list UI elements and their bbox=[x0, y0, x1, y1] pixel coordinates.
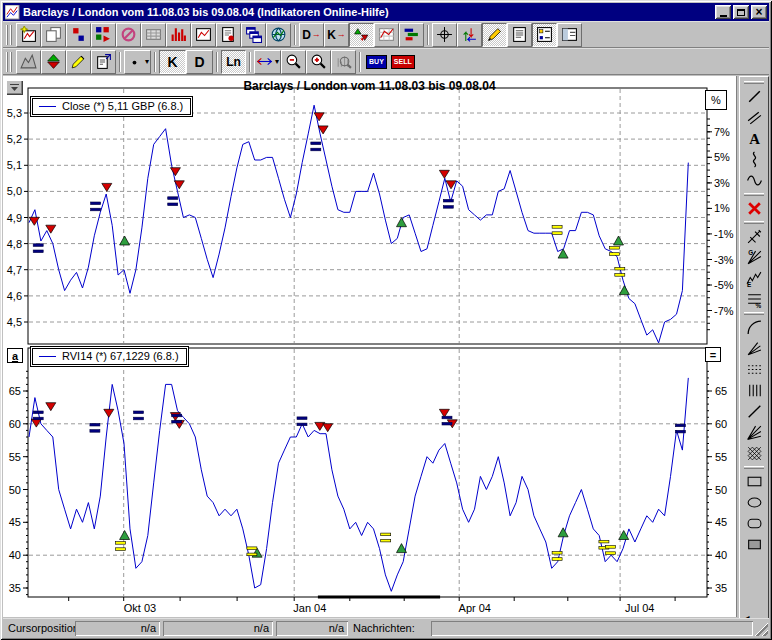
move-arrows-icon[interactable] bbox=[457, 23, 482, 47]
title-bar: Barclays / London vom 11.08.03 bis 09.08… bbox=[3, 3, 769, 21]
chart-region: Barclays / London vom 11.08.03 bis 09.08… bbox=[3, 76, 737, 617]
updown-signals-icon bbox=[45, 53, 62, 70]
candlestick-button[interactable]: K bbox=[159, 50, 186, 74]
drawing-off-icon[interactable] bbox=[116, 23, 141, 47]
log-scale-button[interactable]: Ln bbox=[221, 50, 246, 74]
highlighter-icon[interactable] bbox=[66, 50, 91, 74]
properties-icon[interactable] bbox=[91, 50, 116, 74]
wave-tool bbox=[746, 172, 763, 189]
dotted-lines-tool[interactable] bbox=[741, 359, 767, 380]
bar-type-button[interactable]: D bbox=[186, 50, 213, 74]
data-table-icon[interactable] bbox=[141, 23, 166, 47]
price-legend-text: Close (*) 5,11 GBP (6.8.) bbox=[62, 100, 183, 112]
data-table-icon bbox=[145, 26, 162, 43]
price-legend[interactable]: Close (*) 5,11 GBP (6.8.) bbox=[30, 96, 193, 117]
crosshair-icon[interactable] bbox=[432, 23, 457, 47]
draw-pen-icon[interactable] bbox=[482, 23, 507, 47]
web-chart-icon[interactable] bbox=[266, 23, 291, 47]
elliott-tool[interactable]: E bbox=[741, 268, 767, 289]
close-button[interactable]: × bbox=[751, 5, 767, 19]
svg-text:Jan 04: Jan 04 bbox=[293, 602, 326, 614]
svg-text:45: 45 bbox=[715, 516, 727, 528]
copy-chart-icon[interactable] bbox=[41, 23, 66, 47]
histogram-icon[interactable] bbox=[166, 23, 191, 47]
updown-signals-icon[interactable] bbox=[41, 50, 66, 74]
report-icon[interactable] bbox=[216, 23, 241, 47]
percent-scale-button[interactable]: % bbox=[705, 90, 727, 110]
line-chart-icon[interactable] bbox=[191, 23, 216, 47]
rectangle-tool[interactable] bbox=[741, 471, 767, 492]
data-transfer-icon[interactable] bbox=[91, 23, 116, 47]
sell-button[interactable]: SELL bbox=[391, 55, 415, 69]
sell-button-label: SELL bbox=[394, 58, 412, 65]
gann-tool[interactable]: G bbox=[741, 247, 767, 268]
toolbar-grip bbox=[744, 312, 764, 315]
toolbar-separator bbox=[154, 52, 156, 72]
freehand-tool bbox=[746, 151, 763, 168]
speed-lines-tool[interactable] bbox=[741, 422, 767, 443]
fibonacci-tool[interactable]: % bbox=[741, 289, 767, 310]
text-tool[interactable]: A bbox=[741, 128, 767, 149]
ellipse-tool[interactable] bbox=[741, 492, 767, 513]
collapse-panel-button[interactable] bbox=[6, 80, 23, 95]
mountain-chart-icon[interactable] bbox=[16, 50, 41, 74]
notes-icon[interactable] bbox=[507, 23, 532, 47]
fan-lines-tool[interactable] bbox=[741, 338, 767, 359]
dropdown-arrow-icon: ▾ bbox=[145, 57, 149, 66]
daily-button[interactable]: D→ bbox=[299, 23, 324, 47]
resize-grip[interactable] bbox=[754, 622, 768, 636]
signals-icon[interactable] bbox=[349, 23, 374, 47]
minimize-button[interactable] bbox=[715, 5, 731, 19]
zoom-in-icon[interactable] bbox=[306, 50, 331, 74]
zoom-range-icon bbox=[335, 53, 352, 70]
buy-button[interactable]: BUY bbox=[366, 55, 387, 69]
fan-lines-tool bbox=[746, 340, 763, 357]
layout-icon[interactable] bbox=[557, 23, 582, 47]
bar-type-button-label: D bbox=[194, 55, 204, 69]
arc-tool[interactable] bbox=[741, 317, 767, 338]
delete-drawing-tool[interactable] bbox=[741, 198, 767, 219]
pitchfork-tool[interactable] bbox=[741, 226, 767, 247]
watchlist-icon[interactable] bbox=[532, 23, 557, 47]
gantt-icon[interactable] bbox=[399, 23, 424, 47]
hatch-tool[interactable] bbox=[741, 443, 767, 464]
svg-text:7%: 7% bbox=[714, 126, 730, 138]
wave-tool[interactable] bbox=[741, 170, 767, 191]
svg-text:35: 35 bbox=[715, 582, 727, 594]
trend-line-tool[interactable] bbox=[741, 86, 767, 107]
chart-wizard-icon[interactable] bbox=[16, 23, 41, 47]
indicator-panel-menu-button[interactable]: = bbox=[705, 347, 721, 362]
indicator-legend[interactable]: RVI14 (*) 67,1229 (6.8.) bbox=[30, 346, 189, 367]
vertical-lines-tool[interactable] bbox=[741, 380, 767, 401]
rounded-rect-tool[interactable] bbox=[741, 513, 767, 534]
svg-text:60: 60 bbox=[715, 418, 727, 430]
toolbar-grip bbox=[744, 81, 764, 84]
zoom-range-icon[interactable] bbox=[331, 50, 356, 74]
svg-text:40: 40 bbox=[715, 549, 727, 561]
weekly-button[interactable]: K→ bbox=[324, 23, 349, 47]
gantt-icon bbox=[403, 26, 420, 43]
mountain-chart-icon bbox=[20, 53, 37, 70]
parallel-lines-tool[interactable] bbox=[741, 107, 767, 128]
horizontal-zoom-icon[interactable]: ▾ bbox=[254, 50, 281, 74]
toolbar-separator bbox=[249, 52, 251, 72]
cascade-windows-icon[interactable] bbox=[241, 23, 266, 47]
data-points-icon[interactable] bbox=[66, 23, 91, 47]
chart-grid-icon[interactable] bbox=[374, 23, 399, 47]
legend-line-sample bbox=[39, 106, 56, 107]
cursor-position-label: Cursorposition: bbox=[8, 622, 82, 634]
rectangle-tool bbox=[746, 473, 763, 490]
ray-tool[interactable] bbox=[741, 401, 767, 422]
status-bar: Cursorposition: n/a n/a n/a Nachrichten: bbox=[3, 618, 769, 637]
filled-rect-tool[interactable] bbox=[741, 534, 767, 555]
buy-button-label: BUY bbox=[369, 58, 384, 65]
drawing-off-icon bbox=[120, 26, 137, 43]
svg-text:Okt 03: Okt 03 bbox=[124, 602, 156, 614]
indicator-panel-a-button[interactable]: a bbox=[7, 348, 23, 363]
window-title: Barclays / London vom 11.08.03 bis 09.08… bbox=[23, 6, 713, 18]
maximize-button[interactable] bbox=[733, 5, 749, 19]
log-scale-button-label: Ln bbox=[226, 56, 241, 68]
freehand-tool[interactable] bbox=[741, 149, 767, 170]
zoom-out-icon[interactable] bbox=[281, 50, 306, 74]
line-style-button[interactable]: ▾ bbox=[124, 50, 151, 74]
